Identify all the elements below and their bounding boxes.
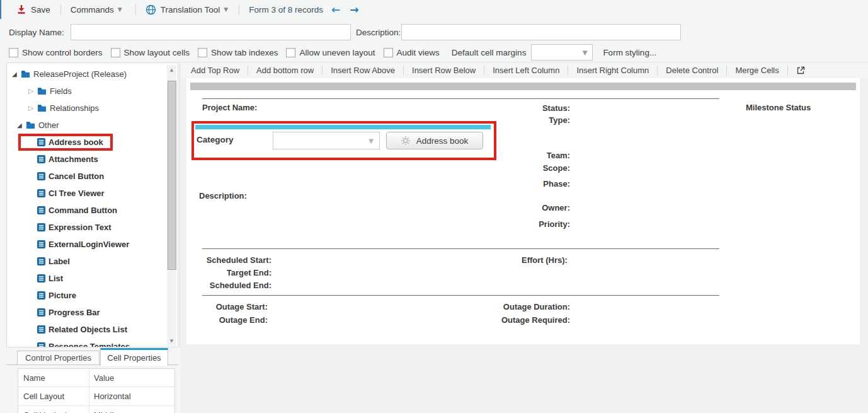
tree-item-response-templates[interactable]: Response Templates xyxy=(7,338,167,347)
form-label-description[interactable]: Description: xyxy=(199,191,247,201)
tree-item-other[interactable]: ◢Other xyxy=(7,117,167,134)
property-row-cell-vertical[interactable]: Cell VerticalMiddle xyxy=(18,405,174,413)
toolbar-separator xyxy=(248,66,248,75)
checkbox-audit-views[interactable]: Audit views xyxy=(384,48,440,57)
tree-item-attachments[interactable]: Attachments xyxy=(7,151,167,168)
tree-item-label: Picture xyxy=(49,291,76,300)
save-label: Save xyxy=(31,5,50,15)
form-label-phase[interactable]: Phase: xyxy=(543,179,570,189)
description-input[interactable] xyxy=(401,24,681,40)
tree-item-address-book[interactable]: Address book xyxy=(7,134,167,151)
control-icon xyxy=(37,291,45,300)
scrollbar-thumb[interactable] xyxy=(168,81,176,270)
merge-cells-button[interactable]: Merge Cells xyxy=(735,66,779,75)
tree-item-label: Related Objects List xyxy=(49,325,127,334)
address-book-button[interactable]: Address book xyxy=(386,132,483,149)
tree-item-relationships[interactable]: ▷Relationships xyxy=(7,100,167,117)
tree-scrollbar[interactable]: ▲ ▼ xyxy=(167,65,176,346)
next-record-button[interactable]: → xyxy=(350,4,358,15)
checkbox-allow-uneven-layout[interactable]: Allow uneven layout xyxy=(286,48,375,57)
control-icon xyxy=(37,172,45,180)
tree-item-releaseproject-release[interactable]: ◢ReleaseProject (Release) xyxy=(7,66,167,83)
object-tree-panel: ◢ReleaseProject (Release)▷Fields▷Relatio… xyxy=(6,62,178,347)
tree-item-related-objects-list[interactable]: Related Objects List xyxy=(7,321,167,338)
delete-control-button[interactable]: Delete Control xyxy=(666,66,718,75)
save-button[interactable]: Save xyxy=(16,4,50,15)
form-label-owner[interactable]: Owner: xyxy=(542,203,570,212)
category-control-label[interactable]: Category xyxy=(197,135,234,144)
tree-item-label: Response Templates xyxy=(49,342,130,347)
form-label-team[interactable]: Team: xyxy=(547,151,570,160)
checkbox-box[interactable] xyxy=(286,48,295,57)
tree-item-label[interactable]: Label xyxy=(7,253,167,270)
tree-item-ci-tree-viewer[interactable]: CI Tree Viewer xyxy=(7,185,167,202)
add-top-row-button[interactable]: Add Top Row xyxy=(191,66,239,75)
checkbox-box[interactable] xyxy=(9,48,18,57)
property-name: Cell Layout xyxy=(18,392,89,401)
tree-item-progress-bar[interactable]: Progress Bar xyxy=(7,304,167,321)
tree-item-cancel-button[interactable]: Cancel Button xyxy=(7,168,167,185)
form-label-priority[interactable]: Priority: xyxy=(539,219,570,229)
tree-item-expression-text[interactable]: Expression Text xyxy=(7,219,167,236)
expand-arrow-icon[interactable]: ▷ xyxy=(28,105,37,112)
form-label-scheduled-end[interactable]: Scheduled End: xyxy=(210,281,271,290)
tab-control-properties[interactable]: Control Properties xyxy=(17,351,100,365)
toolbar-separator xyxy=(484,66,484,75)
grid-header-row: Name Value xyxy=(18,369,174,387)
form-label-outage-start[interactable]: Outage Start: xyxy=(216,302,268,311)
form-label-outage-required[interactable]: Outage Required: xyxy=(501,315,570,325)
tree-item-fields[interactable]: ▷Fields xyxy=(7,83,167,100)
default-cell-margins-dropdown[interactable]: ▼ xyxy=(531,44,593,61)
tab-cell-properties[interactable]: Cell Properties xyxy=(100,348,168,366)
form-label-status[interactable]: Status: xyxy=(542,103,570,113)
checkbox-box[interactable] xyxy=(384,48,393,57)
form-label-effort-hrs[interactable]: Effort (Hrs): xyxy=(522,255,568,265)
tree-item-picture[interactable]: Picture xyxy=(7,287,167,304)
toolbar-separator xyxy=(135,4,136,15)
checkbox-show-tab-indexes[interactable]: Show tab indexes xyxy=(198,48,278,57)
expand-arrow-icon[interactable]: ▷ xyxy=(28,88,37,95)
tree-item-label: Fields xyxy=(50,86,72,96)
insert-row-below-button[interactable]: Insert Row Below xyxy=(412,66,476,75)
form-design-canvas[interactable]: Project Name: Status: Type: Milestone St… xyxy=(186,78,860,344)
control-icon xyxy=(37,206,45,214)
form-label-target-end[interactable]: Target End: xyxy=(227,268,271,277)
form-styling-button[interactable]: Form styling... xyxy=(603,48,656,57)
external-link-icon[interactable] xyxy=(796,66,805,75)
toolbar-separator xyxy=(403,66,404,75)
form-label-type[interactable]: Type: xyxy=(549,115,570,125)
tree-item-externalloginviewer[interactable]: ExternalLoginViewer xyxy=(7,236,167,253)
scroll-down-button[interactable]: ▼ xyxy=(167,336,176,346)
form-label-milestone-status[interactable]: Milestone Status xyxy=(746,103,811,112)
checkbox-box[interactable] xyxy=(198,48,207,57)
category-dropdown[interactable]: ▼ xyxy=(273,132,380,149)
add-bottom-row-button[interactable]: Add bottom row xyxy=(256,66,314,75)
scroll-up-button[interactable]: ▲ xyxy=(167,65,176,75)
property-name: Cell Vertical xyxy=(18,410,89,413)
control-icon xyxy=(37,274,45,282)
property-row-cell-layout[interactable]: Cell LayoutHorizontal xyxy=(18,387,174,405)
insert-left-column-button[interactable]: Insert Left Column xyxy=(493,66,559,75)
collapse-arrow-icon[interactable]: ◢ xyxy=(17,122,26,129)
canvas-toolbar: Add Top RowAdd bottom rowInsert Row Abov… xyxy=(181,62,868,78)
previous-record-button[interactable]: ← xyxy=(331,4,340,15)
checkbox-show-control-borders[interactable]: Show control borders xyxy=(9,48,103,57)
commands-menu-button[interactable]: Commands ▼ xyxy=(71,5,122,15)
checkbox-show-layout-cells[interactable]: Show layout cells xyxy=(111,48,190,57)
form-label-outage-end[interactable]: Outage End: xyxy=(219,315,268,325)
display-name-input[interactable] xyxy=(71,24,351,40)
form-label-scheduled-start[interactable]: Scheduled Start: xyxy=(207,255,271,265)
tree-item-command-button[interactable]: Command Button xyxy=(7,202,167,219)
checkbox-label: Allow uneven layout xyxy=(299,48,375,57)
tree-item-list[interactable]: List xyxy=(7,270,167,287)
insert-row-above-button[interactable]: Insert Row Above xyxy=(331,66,395,75)
collapse-arrow-icon[interactable]: ◢ xyxy=(12,71,21,78)
checkbox-box[interactable] xyxy=(111,48,120,57)
form-label-outage-duration[interactable]: Outage Duration: xyxy=(503,302,570,311)
horizontal-rule xyxy=(202,98,719,99)
toolbar-separator xyxy=(322,66,323,75)
insert-right-column-button[interactable]: Insert Right Column xyxy=(576,66,649,75)
translation-tool-menu-button[interactable]: Translation Tool ▼ xyxy=(146,4,228,15)
form-label-project-name[interactable]: Project Name: xyxy=(202,103,257,112)
form-label-scope[interactable]: Scope: xyxy=(543,163,570,173)
